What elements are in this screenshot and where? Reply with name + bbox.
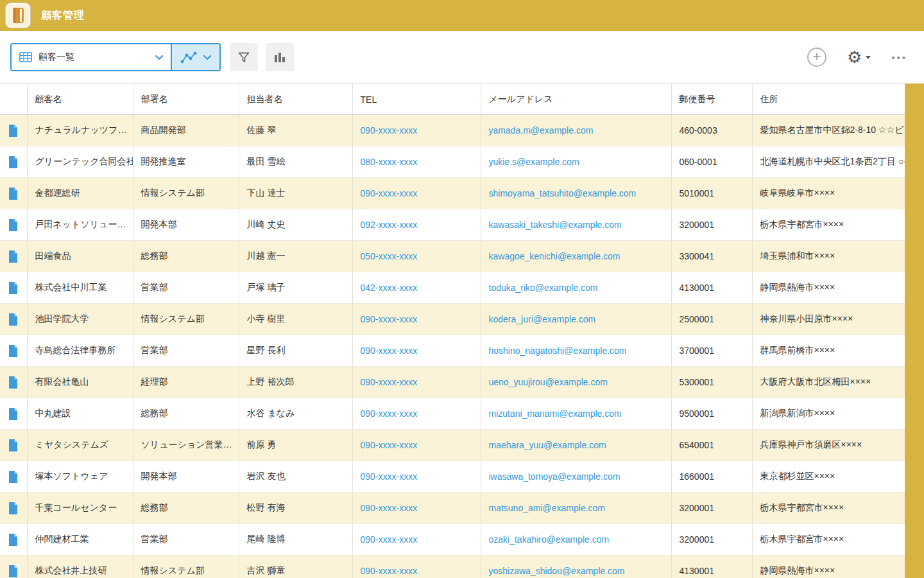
tel-link[interactable]: 090-xxxx-xxxx — [361, 314, 418, 324]
record-detail-icon[interactable] — [0, 115, 27, 146]
email-cell: shimoyama_tatsuhito@example.com — [481, 178, 671, 209]
email-link[interactable]: yukie.s@example.com — [489, 157, 579, 167]
postal-code-cell: 9500001 — [671, 398, 752, 430]
department-cell: 総務部 — [133, 493, 239, 524]
record-list-area: 顧客名部署名担当者名TELメールアドレス郵便番号住所 ナチュラルナッツフ… 商品… — [0, 83, 924, 578]
email-link[interactable]: kodera_juri@example.com — [489, 314, 596, 324]
email-link[interactable]: ueno_yuujirou@example.com — [489, 377, 608, 387]
tel-cell: 090-xxxx-xxxx — [352, 335, 481, 367]
record-detail-icon[interactable] — [0, 272, 27, 303]
tel-link[interactable]: 090-xxxx-xxxx — [361, 503, 418, 513]
record-detail-icon[interactable] — [0, 146, 27, 177]
email-link[interactable]: kawagoe_kenichi@example.com — [489, 251, 620, 261]
view-selector[interactable]: 顧客一覧 — [12, 44, 171, 70]
record-detail-icon[interactable] — [0, 556, 27, 578]
email-cell: kawasaki_takeshi@example.com — [481, 209, 671, 241]
tel-link[interactable]: 090-xxxx-xxxx — [361, 408, 418, 419]
ellipsis-icon: ••• — [891, 52, 907, 63]
table-view-icon — [19, 52, 32, 62]
record-detail-icon[interactable] — [0, 493, 27, 523]
postal-code-cell: 3200001 — [671, 524, 752, 556]
tel-link[interactable]: 090-xxxx-xxxx — [361, 566, 418, 576]
email-link[interactable]: yamada.m@example.com — [489, 125, 594, 136]
app-icon[interactable] — [5, 3, 31, 28]
address-cell: 大阪府大阪市北区梅田×××× — [752, 367, 905, 398]
tel-link[interactable]: 090-xxxx-xxxx — [361, 188, 418, 198]
email-cell: iwasawa_tomoya@example.com — [481, 461, 671, 493]
record-table: 顧客名部署名担当者名TELメールアドレス郵便番号住所 ナチュラルナッツフ… 商品… — [0, 83, 905, 578]
department-cell: 開発推進室 — [133, 146, 239, 178]
email-link[interactable]: hoshino_nagatoshi@example.com — [489, 346, 627, 356]
postal-code-cell: 2500001 — [671, 304, 752, 335]
customer-name-cell: 千葉コールセンター — [27, 493, 133, 524]
chart-button[interactable] — [266, 43, 294, 71]
email-cell: ueno_yuujirou@example.com — [481, 367, 671, 398]
record-detail-icon[interactable] — [0, 335, 27, 366]
tel-cell: 042-xxxx-xxxx — [352, 272, 481, 304]
tel-link[interactable]: 092-xxxx-xxxx — [361, 220, 418, 230]
customer-name-cell: 塚本ソフトウェア — [27, 461, 133, 493]
customer-name-cell: ナチュラルナッツフ… — [27, 115, 133, 146]
email-cell: maehara_yuu@example.com — [481, 430, 671, 461]
address-cell: 静岡県熱海市×××× — [752, 556, 905, 578]
record-detail-icon[interactable] — [0, 241, 27, 272]
notebook-icon — [13, 8, 24, 23]
table-row: 金都運総研 情報システム部 下山 達士 090-xxxx-xxxx shimoy… — [0, 178, 905, 209]
email-link[interactable]: toduka_riko@example.com — [489, 283, 598, 293]
table-row: 仲間建材工業 営業部 尾崎 隆博 090-xxxx-xxxx ozaki_tak… — [0, 524, 905, 556]
plus-icon: + — [812, 49, 821, 64]
table-row: 戸田ネットソリュー… 開発本部 川崎 丈史 092-xxxx-xxxx kawa… — [0, 209, 905, 241]
more-options-button[interactable]: ••• — [891, 53, 907, 62]
address-cell: 兵庫県神戸市須磨区×××× — [752, 430, 905, 461]
tel-link[interactable]: 090-xxxx-xxxx — [361, 534, 418, 545]
contact-name-cell: 上野 裕次郎 — [239, 367, 352, 398]
address-cell: 新潟県新潟市×××× — [752, 398, 905, 430]
record-detail-icon[interactable] — [0, 178, 27, 209]
tel-cell: 090-xxxx-xxxx — [352, 367, 481, 398]
record-detail-icon[interactable] — [0, 209, 27, 240]
record-detail-icon[interactable] — [0, 461, 27, 492]
tel-link[interactable]: 090-xxxx-xxxx — [361, 471, 418, 482]
gear-icon: ⚙ — [847, 49, 862, 66]
record-detail-cell — [0, 461, 27, 493]
department-cell: 情報システム部 — [133, 556, 239, 578]
address-cell: 神奈川県小田原市×××× — [752, 304, 905, 335]
record-detail-icon[interactable] — [0, 304, 27, 335]
tel-cell: 090-xxxx-xxxx — [352, 115, 481, 146]
tel-link[interactable]: 090-xxxx-xxxx — [361, 377, 418, 387]
filter-button[interactable] — [230, 43, 258, 71]
email-link[interactable]: kawasaki_takeshi@example.com — [489, 220, 622, 230]
email-link[interactable]: mizutani_manami@example.com — [489, 408, 622, 419]
email-link[interactable]: matsuno_ami@example.com — [489, 503, 606, 513]
email-link[interactable]: maehara_yuu@example.com — [489, 440, 606, 450]
postal-code-cell: 460-0003 — [671, 115, 752, 146]
tel-link[interactable]: 080-xxxx-xxxx — [361, 157, 418, 167]
address-cell: 栃木県宇都宮市×××× — [752, 493, 905, 524]
customer-name-cell: 株式会社中川工業 — [27, 272, 133, 304]
record-detail-cell — [0, 115, 27, 146]
tel-link[interactable]: 090-xxxx-xxxx — [361, 346, 418, 356]
tel-link[interactable]: 042-xxxx-xxxx — [361, 283, 418, 293]
record-detail-icon[interactable] — [0, 398, 27, 429]
table-row: 塚本ソフトウェア 開発本部 岩沢 友也 090-xxxx-xxxx iwasaw… — [0, 461, 905, 493]
email-link[interactable]: ozaki_takahiro@example.com — [489, 534, 610, 545]
record-detail-cell — [0, 304, 27, 335]
address-cell: 東京都杉並区×××× — [752, 461, 905, 493]
email-link[interactable]: yoshizawa_shidou@example.com — [489, 566, 625, 576]
add-record-button[interactable]: + — [807, 48, 826, 67]
email-link[interactable]: shimoyama_tatsuhito@example.com — [489, 188, 637, 198]
email-link[interactable]: iwasawa_tomoya@example.com — [489, 471, 620, 482]
record-detail-icon[interactable] — [0, 367, 27, 398]
record-detail-icon[interactable] — [0, 430, 27, 460]
record-detail-icon[interactable] — [0, 524, 27, 555]
tel-link[interactable]: 090-xxxx-xxxx — [361, 125, 418, 136]
graph-view-button[interactable] — [171, 44, 219, 70]
email-cell: toduka_riko@example.com — [481, 272, 671, 304]
tel-link[interactable]: 090-xxxx-xxxx — [361, 440, 418, 450]
email-cell: matsuno_ami@example.com — [481, 493, 671, 524]
settings-button[interactable]: ⚙ — [847, 49, 871, 66]
tel-cell: 090-xxxx-xxxx — [352, 430, 481, 461]
tel-link[interactable]: 050-xxxx-xxxx — [361, 251, 418, 261]
chevron-down-icon — [155, 55, 163, 60]
contact-name-cell: 佐藤 翠 — [239, 115, 352, 146]
